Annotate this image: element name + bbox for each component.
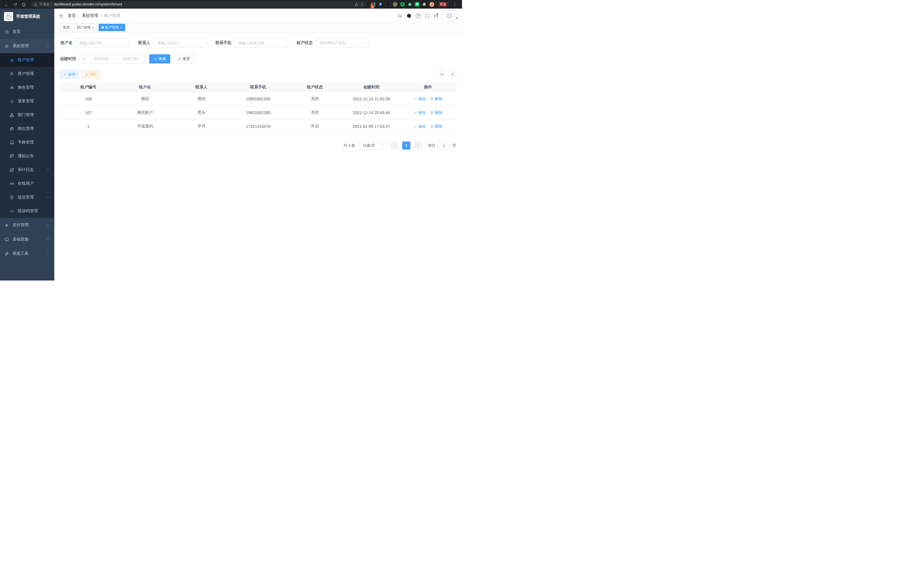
help-button[interactable]: ?	[416, 14, 421, 18]
profile-avatar[interactable]	[429, 2, 434, 7]
app-title: 芋道管理系统	[16, 14, 40, 19]
sidebar-item-error-code[interactable]: 错误码管理	[0, 204, 54, 218]
search-button[interactable]: 搜索	[149, 54, 170, 63]
sidebar-toggle-button[interactable]	[54, 9, 68, 23]
tenant-name-input[interactable]	[76, 38, 129, 47]
edit-square-icon	[10, 168, 14, 172]
share-button[interactable]	[355, 3, 358, 6]
close-icon[interactable]: ×	[92, 26, 94, 29]
breadcrumb-system[interactable]: 系统管理	[82, 13, 98, 18]
page-number-button[interactable]: 1	[402, 141, 410, 150]
header-search-button[interactable]	[398, 14, 402, 18]
broadcast-icon	[10, 182, 14, 186]
edit-icon	[414, 125, 417, 128]
shield-icon	[10, 195, 14, 200]
sidebar-item-devtools[interactable]: 研发工具	[0, 247, 54, 261]
select-placeholder: 请选择租户状态	[320, 40, 346, 45]
refresh-table-button[interactable]	[448, 70, 456, 78]
date-range-picker[interactable]: 开始日期 - 结束日期	[80, 54, 146, 63]
cell-contact: 测试	[173, 92, 230, 106]
sidebar: 芋道管理系统 首页 系统管理	[0, 9, 54, 281]
breadcrumb-home[interactable]: 首页	[68, 13, 76, 18]
bookmark-button[interactable]: ☆	[360, 2, 363, 6]
check-extension-icon[interactable]	[408, 2, 412, 7]
next-page-button[interactable]	[414, 141, 422, 150]
sidebar-item-online-user[interactable]: 在线用户	[0, 177, 54, 190]
font-size-button[interactable]: TT	[434, 14, 439, 18]
calendar-icon	[82, 57, 86, 61]
tab-tenant[interactable]: 租户管理 ×	[99, 24, 125, 31]
password-extension-icon[interactable]: 10	[371, 2, 375, 7]
sidebar-item-label: 基础设施	[13, 237, 28, 242]
field-label: 联系人	[138, 40, 154, 45]
sidebar-item-menu[interactable]: 菜单管理	[0, 94, 54, 108]
home-button[interactable]	[20, 1, 27, 8]
table-header: 租户编号 租户名 联系人 联系手机 租户状态 创建时间 操作	[60, 82, 456, 92]
reset-button[interactable]: 重置	[173, 54, 194, 63]
back-button[interactable]: ←	[3, 1, 10, 8]
edit-button[interactable]: 修改	[414, 124, 426, 129]
update-button[interactable]: 更新	[437, 2, 449, 8]
dark-extension-icon[interactable]	[386, 2, 390, 7]
puzzle-extensions-icon[interactable]	[422, 2, 427, 7]
cell-phone: 15601691300	[230, 106, 286, 120]
filter-create-time: 创建时间 开始日期 - 结束日期	[60, 54, 146, 63]
sidebar-item-infrastructure[interactable]: 基础设施	[0, 232, 54, 247]
export-button[interactable]: 导出	[81, 70, 100, 78]
fullscreen-button[interactable]	[425, 14, 430, 18]
toggle-search-button[interactable]	[438, 70, 446, 78]
add-button[interactable]: 新增	[60, 70, 79, 78]
cell-created: 2021-01-05 17:03:47	[343, 120, 400, 133]
pagination: 共 3 条 10条/页 1	[60, 141, 456, 150]
page-size-select[interactable]: 10条/页	[359, 141, 387, 150]
browser-chrome: ← 不安全 dashboard.yudao.iocoder.cn/system/…	[0, 0, 462, 9]
sidebar-item-audit-log[interactable]: 审计日志	[0, 163, 54, 177]
sidebar-item-notice[interactable]: 通知公告	[0, 149, 54, 163]
chat-extension-icon[interactable]	[415, 2, 419, 7]
goto-page-input[interactable]	[437, 141, 451, 150]
reload-button[interactable]	[11, 1, 19, 8]
sidebar-item-user[interactable]: 用户管理	[0, 67, 54, 81]
sidebar-item-tenant[interactable]: 租户管理	[0, 53, 54, 67]
cell-tenant-name: 芋道源码	[117, 120, 173, 133]
column-header: 操作	[400, 82, 456, 92]
search-icon	[398, 14, 402, 18]
prev-page-button[interactable]	[390, 141, 398, 150]
edit-icon	[414, 111, 417, 114]
browser-menu-button[interactable]: ⋮	[452, 2, 458, 7]
edit-button[interactable]: 修改	[414, 96, 426, 102]
sidebar-item-dict[interactable]: 字典管理	[0, 135, 54, 149]
delete-button[interactable]: 删除	[430, 110, 442, 115]
status-select[interactable]: 请选择租户状态	[316, 38, 369, 47]
sidebar-item-system[interactable]: 系统管理	[0, 39, 54, 53]
delete-button[interactable]: 删除	[430, 124, 442, 129]
cell-actions: 修改 删除	[400, 106, 456, 120]
list-icon	[10, 99, 14, 104]
sidebar-item-role[interactable]: 角色管理	[0, 81, 54, 94]
pin-extension-icon[interactable]	[378, 2, 382, 7]
tags-view: 首页 部门管理 × 租户管理 ×	[54, 23, 462, 32]
sidebar-item-payment[interactable]: ¥ 支付管理	[0, 218, 54, 232]
close-icon[interactable]: ×	[120, 26, 123, 29]
breadcrumb-current: 租户管理	[104, 13, 120, 18]
address-bar[interactable]: 不安全 dashboard.yudao.iocoder.cn/system/te…	[31, 1, 366, 8]
delete-button[interactable]: 删除	[430, 96, 442, 102]
edit-button[interactable]: 修改	[414, 110, 426, 115]
security-label: 不安全	[39, 2, 50, 7]
sidebar-item-home[interactable]: 首页	[0, 25, 54, 39]
logo[interactable]: 芋道管理系统	[0, 9, 54, 25]
tab-dept[interactable]: 部门管理 ×	[74, 24, 97, 31]
sidebar-item-dept[interactable]: 部门管理	[0, 108, 54, 122]
green-ring-extension-icon[interactable]	[400, 2, 405, 7]
sidebar-item-sms[interactable]: 短信管理	[0, 190, 54, 204]
user-menu[interactable]: ▾	[444, 10, 458, 21]
github-button[interactable]	[406, 14, 411, 18]
sidebar-item-post[interactable]: 岗位管理	[0, 122, 54, 135]
tab-home[interactable]: 首页	[60, 24, 73, 31]
olive-extension-icon[interactable]	[393, 2, 398, 7]
url-text: dashboard.yudao.iocoder.cn/system/tenant	[54, 2, 122, 6]
contact-input[interactable]	[154, 38, 207, 47]
search-button-label: 搜索	[159, 56, 166, 62]
phone-input[interactable]	[235, 38, 288, 47]
column-header: 租户编号	[60, 82, 117, 92]
